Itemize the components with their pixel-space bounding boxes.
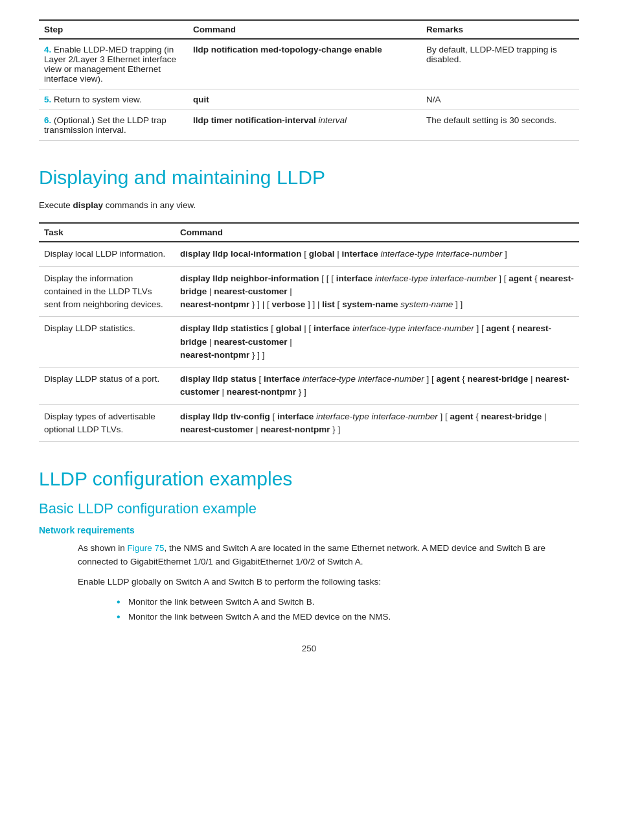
task-cell: Display the information contained in the…: [39, 266, 175, 317]
command-cell: lldp timer notification-interval interva…: [188, 110, 421, 141]
figure75-link[interactable]: Figure 75: [128, 543, 165, 553]
command-cell: display lldp local-information [ global …: [175, 242, 579, 266]
step-col-header: Step: [39, 20, 188, 39]
command-cell: display lldp status [ interface interfac…: [175, 368, 579, 405]
command-cell: display lldp tlv-config [ interface inte…: [175, 404, 579, 442]
config-examples-title: LLDP configuration examples: [39, 468, 579, 490]
task-col-header: Task: [39, 223, 175, 242]
step-number: 6.: [44, 115, 51, 125]
command-cell: quit: [188, 89, 421, 110]
table-row: 5. Return to system view. quit N/A: [39, 89, 579, 110]
task-cell: Display LLDP status of a port.: [39, 368, 175, 405]
network-requirements-heading: Network requirements: [39, 525, 579, 535]
table-row: Display local LLDP information. display …: [39, 242, 579, 266]
bullet-list: Monitor the link between Switch A and Sw…: [117, 596, 579, 624]
table-row: Display LLDP statistics. display lldp st…: [39, 317, 579, 368]
remarks-cell: N/A: [421, 89, 579, 110]
task-cell: Display local LLDP information.: [39, 242, 175, 266]
displaying-section-title: Displaying and maintaining LLDP: [39, 167, 579, 189]
table-row: Display LLDP status of a port. display l…: [39, 368, 579, 405]
remarks-cell: By default, LLDP-MED trapping is disable…: [421, 39, 579, 89]
para1: As shown in Figure 75, the NMS and Switc…: [78, 542, 579, 569]
command-col-header: Command: [175, 223, 579, 242]
step-number: 5.: [44, 95, 51, 104]
remarks-cell: The default setting is 30 seconds.: [421, 110, 579, 141]
basic-config-title: Basic LLDP configuration example: [39, 500, 579, 517]
intro-text: Execute display commands in any view.: [39, 199, 579, 212]
task-cell: Display types of advertisable optional L…: [39, 404, 175, 442]
network-req-content: As shown in Figure 75, the NMS and Switc…: [78, 542, 579, 624]
remarks-col-header: Remarks: [421, 20, 579, 39]
step-table: Step Command Remarks 4. Enable LLDP-MED …: [39, 19, 579, 141]
table-row: Display the information contained in the…: [39, 266, 579, 317]
list-item: Monitor the link between Switch A and Sw…: [117, 596, 579, 609]
command-cell: display lldp statistics [ global | [ int…: [175, 317, 579, 368]
task-cell: Display LLDP statistics.: [39, 317, 175, 368]
table-row: 6. (Optional.) Set the LLDP trap transmi…: [39, 110, 579, 141]
config-examples-section: LLDP configuration examples Basic LLDP c…: [39, 468, 579, 624]
para2: Enable LLDP globally on Switch A and Swi…: [78, 576, 579, 589]
step-number: 4.: [44, 45, 51, 54]
command-col-header: Command: [188, 20, 421, 39]
table-row: Display types of advertisable optional L…: [39, 404, 579, 442]
table-row: 4. Enable LLDP-MED trapping (in Layer 2/…: [39, 39, 579, 89]
page-number: 250: [39, 644, 579, 653]
command-cell: display lldp neighbor-information [ [ [ …: [175, 266, 579, 317]
task-table: Task Command Display local LLDP informat…: [39, 222, 579, 442]
list-item: Monitor the link between Switch A and th…: [117, 611, 579, 624]
command-cell: lldp notification med-topology-change en…: [188, 39, 421, 89]
